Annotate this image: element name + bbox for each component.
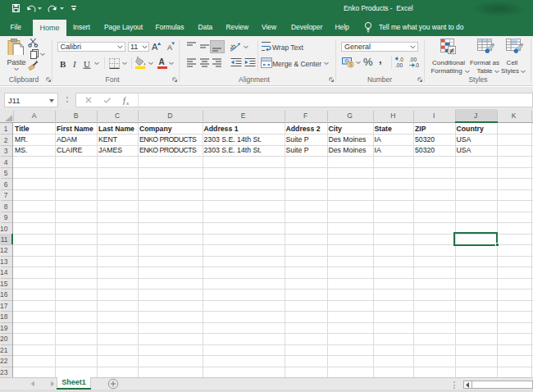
svg-text:U: U xyxy=(84,59,90,69)
svg-text:A: A xyxy=(167,43,172,52)
svg-text:.0: .0 xyxy=(399,57,404,62)
svg-text:A: A xyxy=(152,42,158,52)
svg-text:B: B xyxy=(60,59,66,69)
svg-text:.0: .0 xyxy=(415,62,420,68)
svg-text:$: $ xyxy=(349,62,353,67)
svg-text:.00: .00 xyxy=(409,57,417,62)
svg-text:A: A xyxy=(159,57,165,66)
svg-text:,: , xyxy=(379,56,382,66)
svg-text:%: % xyxy=(363,56,373,67)
svg-text:x: x xyxy=(125,99,130,106)
svg-text:.00: .00 xyxy=(395,62,403,68)
svg-text:I: I xyxy=(72,59,77,69)
